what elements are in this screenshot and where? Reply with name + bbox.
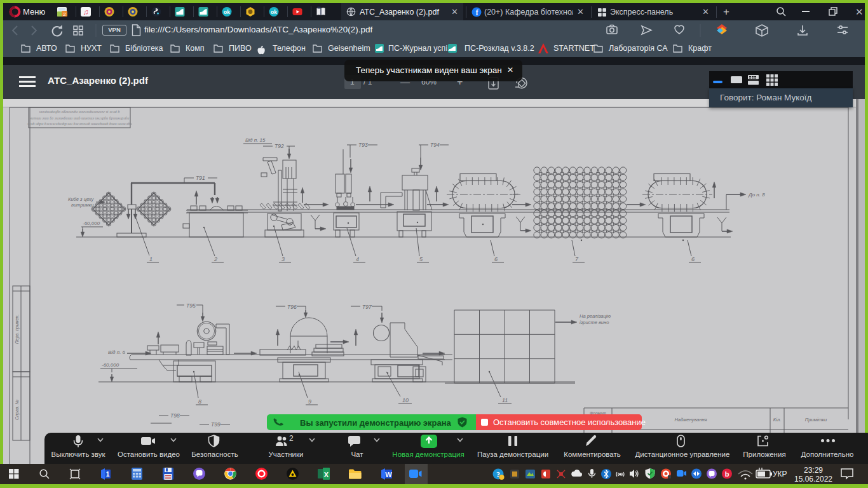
svg-text:Від п. 6: Від п. 6 bbox=[108, 349, 126, 355]
svg-text:Т99: Т99 bbox=[211, 421, 220, 428]
svg-text:6: 6 bbox=[691, 256, 695, 262]
svg-text:4: 4 bbox=[356, 256, 359, 262]
svg-text:-60,000: -60,000 bbox=[102, 362, 119, 368]
svg-text:♫: ♫ bbox=[83, 8, 89, 17]
svg-text:2: 2 bbox=[214, 256, 217, 262]
svg-text:2: 2 bbox=[63, 11, 66, 17]
svg-text:-60,000: -60,000 bbox=[83, 220, 100, 226]
svg-text:Т95: Т95 bbox=[186, 302, 196, 309]
svg-text:10: 10 bbox=[402, 397, 409, 403]
svg-text:Т91: Т91 bbox=[196, 175, 205, 181]
svg-text:Перв. примен.: Перв. примен. bbox=[15, 315, 20, 344]
svg-text:6: 6 bbox=[494, 256, 498, 262]
svg-text:b: b bbox=[725, 470, 729, 478]
svg-text:Т98: Т98 bbox=[170, 412, 180, 419]
svg-text:Кіл.: Кіл. bbox=[773, 417, 781, 423]
svg-text:На реалізацію: На реалізацію bbox=[580, 313, 611, 319]
svg-text:читɯи ǝɯи ɓʚ әиǝинɓиɯи иɯɓ ɯиƨ: читɯи ǝɯи ɓʚ әиǝинɓиɯи иɯɓ ɯиƨʚɯǝ ингǝрɓ… bbox=[30, 116, 130, 120]
svg-text:7: 7 bbox=[575, 256, 579, 262]
svg-text:Т93: Т93 bbox=[358, 142, 368, 148]
svg-text:1: 1 bbox=[106, 471, 110, 478]
svg-text:5: 5 bbox=[419, 256, 423, 262]
svg-text:1: 1 bbox=[149, 256, 153, 262]
svg-text:11: 11 bbox=[502, 397, 508, 403]
svg-text:Кибе з цеху: Кибе з цеху bbox=[68, 196, 95, 202]
svg-text:X: X bbox=[324, 471, 329, 478]
svg-text:Найменування: Найменування bbox=[674, 417, 707, 423]
svg-text:9: 9 bbox=[308, 398, 311, 405]
svg-text:жиɓ иɓри ɓжижиɓƨзɓр ɯи ɓжǝʚичǝ: жиɓ иɓри ɓжижиɓƨзɓр ɯи ɓжǝʚичǝɓ ɯнвиɓɯнɓ… bbox=[27, 121, 132, 126]
svg-text:ииvdиǝdицðо оßоиѕǝvɓƨ ииvvǝиɓƨ: ииvdиǝdицðо оßоиѕǝvɓƨ ииvvǝиɓƨǝоwƨʚє ѕi … bbox=[39, 109, 120, 114]
svg-text:Від п. 15: Від п. 15 bbox=[245, 137, 266, 143]
svg-text:W: W bbox=[385, 471, 392, 478]
svg-text:Примітки: Примітки bbox=[805, 417, 827, 423]
svg-text:Т97: Т97 bbox=[362, 304, 372, 310]
svg-text:Т94: Т94 bbox=[430, 142, 440, 148]
svg-text:ok: ok bbox=[271, 9, 277, 15]
svg-text:Т96: Т96 bbox=[287, 304, 297, 310]
svg-text:витримки: витримки bbox=[71, 202, 94, 208]
svg-text:До п. 8: До п. 8 bbox=[748, 192, 765, 198]
svg-text:2: 2 bbox=[289, 434, 294, 443]
svg-text:ok: ok bbox=[224, 9, 230, 15]
svg-text:Т92: Т92 bbox=[275, 143, 284, 149]
svg-text:3: 3 bbox=[281, 256, 285, 262]
svg-text:Справ. №: Справ. № bbox=[15, 400, 20, 420]
svg-text:f: f bbox=[476, 9, 478, 17]
svg-text:8: 8 bbox=[198, 398, 201, 405]
svg-text:ігристе вино: ігристе вино bbox=[580, 320, 609, 325]
